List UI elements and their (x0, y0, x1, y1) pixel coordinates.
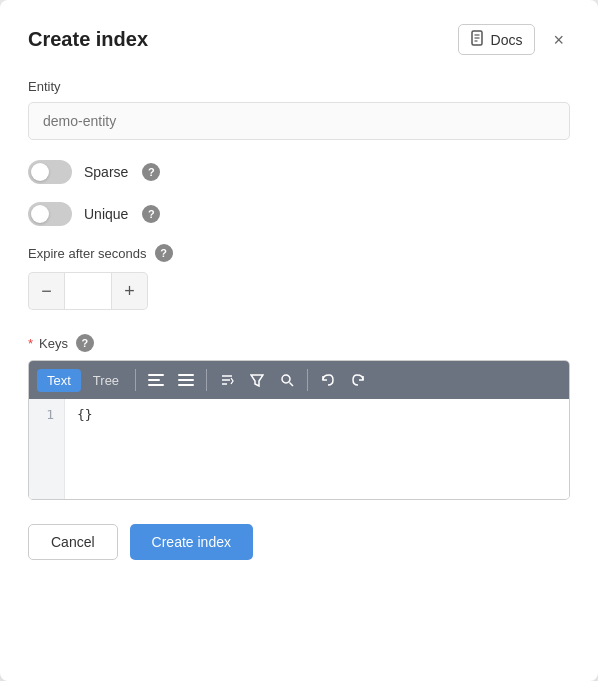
line-number-1: 1 (39, 407, 54, 422)
sparse-toggle[interactable] (28, 160, 72, 184)
expire-decrement-button[interactable]: − (28, 272, 64, 310)
sort-icon[interactable] (213, 366, 241, 394)
entity-label: Entity (28, 79, 570, 94)
line-numbers: 1 (29, 399, 65, 499)
docs-label: Docs (491, 32, 523, 48)
svg-rect-9 (178, 384, 194, 386)
create-index-button[interactable]: Create index (130, 524, 253, 560)
toolbar-separator-3 (307, 369, 308, 391)
svg-rect-4 (148, 374, 164, 376)
document-icon (471, 30, 485, 49)
entity-section: Entity (28, 79, 570, 140)
unique-label: Unique (84, 206, 128, 222)
modal-title: Create index (28, 28, 148, 51)
editor-toolbar: Text Tree (29, 361, 569, 399)
editor-body: 1 {} (29, 399, 569, 499)
sparse-toggle-thumb (31, 163, 49, 181)
header-right: Docs × (458, 24, 570, 55)
toolbar-separator-1 (135, 369, 136, 391)
cancel-button[interactable]: Cancel (28, 524, 118, 560)
unique-help-icon[interactable]: ? (142, 205, 160, 223)
svg-rect-8 (178, 379, 194, 381)
keys-section: * Keys ? Text Tree (28, 334, 570, 500)
filter-icon[interactable] (243, 366, 271, 394)
toolbar-separator-2 (206, 369, 207, 391)
expire-label: Expire after seconds (28, 246, 147, 261)
undo-icon[interactable] (314, 366, 342, 394)
align-left-icon[interactable] (142, 366, 170, 394)
editor-tab-tree[interactable]: Tree (83, 369, 129, 392)
keys-label: Keys (39, 336, 68, 351)
close-button[interactable]: × (547, 29, 570, 51)
unique-toggle[interactable] (28, 202, 72, 226)
svg-rect-5 (148, 379, 160, 381)
unique-toggle-thumb (31, 205, 49, 223)
create-index-modal: Create index Docs × Entity (0, 0, 598, 681)
expire-help-icon[interactable]: ? (155, 244, 173, 262)
expire-section: Expire after seconds ? − + (28, 244, 570, 310)
keys-required-star: * (28, 336, 33, 351)
svg-rect-7 (178, 374, 194, 376)
expire-increment-button[interactable]: + (112, 272, 148, 310)
redo-icon[interactable] (344, 366, 372, 394)
svg-line-15 (290, 383, 294, 387)
keys-label-row: * Keys ? (28, 334, 570, 352)
editor-content-area[interactable]: {} (65, 399, 569, 499)
expire-value-input[interactable] (64, 272, 112, 310)
keys-editor: Text Tree (28, 360, 570, 500)
svg-point-14 (282, 375, 290, 383)
align-justify-icon[interactable] (172, 366, 200, 394)
modal-footer: Cancel Create index (28, 524, 570, 560)
sparse-label: Sparse (84, 164, 128, 180)
svg-rect-6 (148, 384, 164, 386)
modal-header: Create index Docs × (28, 24, 570, 55)
unique-row: Unique ? (28, 202, 570, 226)
sparse-row: Sparse ? (28, 160, 570, 184)
expire-stepper: − + (28, 272, 148, 310)
editor-tab-text[interactable]: Text (37, 369, 81, 392)
docs-button[interactable]: Docs (458, 24, 536, 55)
svg-marker-13 (251, 375, 263, 386)
entity-input[interactable] (28, 102, 570, 140)
sparse-help-icon[interactable]: ? (142, 163, 160, 181)
search-icon[interactable] (273, 366, 301, 394)
keys-help-icon[interactable]: ? (76, 334, 94, 352)
